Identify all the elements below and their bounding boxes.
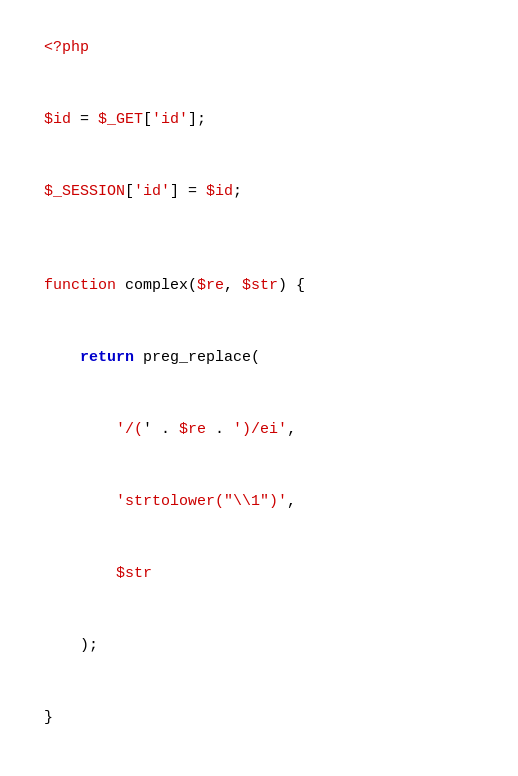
keyword-function: function [44, 277, 116, 294]
var-id: $id [44, 111, 71, 128]
code-line-8: 'strtolower("\\1")', [8, 466, 510, 538]
code-line-3: $_SESSION['id'] = $id; [8, 156, 510, 228]
code-container: <?php $id = $_GET['id']; $_SESSION['id']… [0, 0, 518, 776]
code-line-7: '/(' . $re . ')/ei', [8, 394, 510, 466]
spacer-2 [8, 754, 510, 776]
code-line-1: <?php [8, 12, 510, 84]
php-open-tag: <?php [44, 39, 89, 56]
spacer-1 [8, 228, 510, 250]
code-line-2: $id = $_GET['id']; [8, 84, 510, 156]
code-line-10: ); [8, 610, 510, 682]
code-line-6: return preg_replace( [8, 322, 510, 394]
code-line-11: } [8, 682, 510, 754]
code-line-5: function complex($re, $str) { [8, 250, 510, 322]
code-line-9: $str [8, 538, 510, 610]
